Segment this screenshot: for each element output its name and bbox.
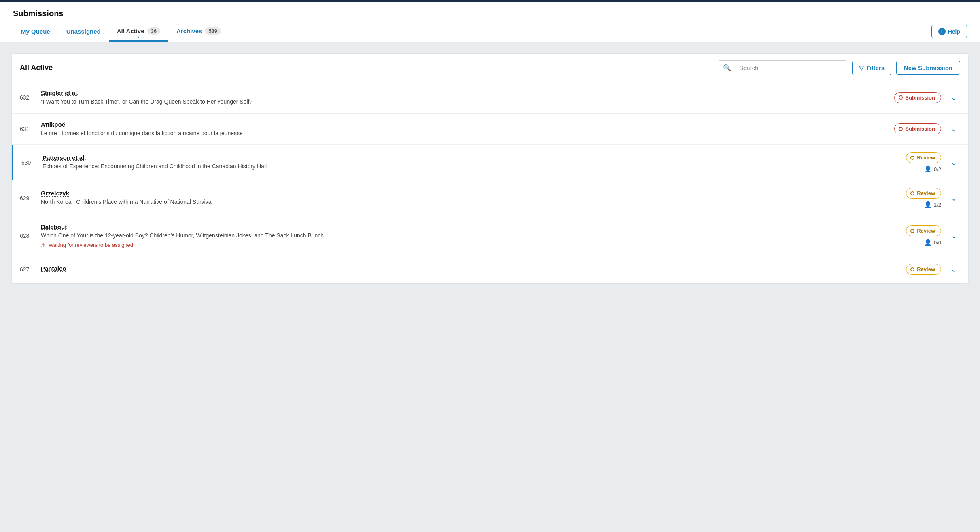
- submission-id: 627: [20, 266, 34, 273]
- expand-button[interactable]: ⌄: [948, 263, 960, 276]
- submission-row[interactable]: 627 Pantaleo Review ⌄: [12, 256, 968, 283]
- search-input[interactable]: [736, 61, 847, 74]
- search-wrapper: 🔍: [718, 60, 847, 75]
- reviewers-count: 0/2: [934, 166, 941, 172]
- submission-status: Review 👤 0/2: [876, 152, 941, 173]
- reviewer-icon: 👤: [924, 165, 932, 173]
- tab-my-queue[interactable]: My Queue: [13, 24, 58, 42]
- status-badge: Review: [906, 188, 941, 199]
- reviewers-info: 👤 0/0: [924, 239, 941, 246]
- submission-content: Pantaleo: [41, 265, 870, 273]
- filters-button[interactable]: ▽ Filters: [852, 61, 891, 75]
- submission-title: North Korean Children’s Place within a N…: [41, 198, 870, 206]
- search-icon: 🔍: [723, 64, 731, 72]
- status-dot: [910, 229, 914, 233]
- status-dot: [899, 95, 903, 100]
- submission-author: Pantaleo: [41, 265, 870, 272]
- new-submission-button[interactable]: New Submission: [896, 61, 960, 75]
- submission-status: Submission: [876, 123, 941, 134]
- warning-icon: ⚠: [41, 242, 46, 248]
- submission-author: Grzelczyk: [41, 190, 870, 197]
- submission-row[interactable]: 632 Stiegler et al. “I Want You to Turn …: [12, 82, 968, 114]
- submission-id: 629: [20, 195, 34, 201]
- tab-all-active-badge: 36: [147, 27, 160, 35]
- submission-id: 631: [20, 126, 34, 132]
- expand-button[interactable]: ⌄: [948, 157, 960, 169]
- tab-archives-badge: 539: [205, 27, 221, 35]
- search-icon-button[interactable]: 🔍: [718, 61, 736, 75]
- submission-title: Which One of Your is the 12-year-old Boy…: [41, 232, 870, 240]
- submission-author: Patterson et al.: [42, 154, 870, 161]
- reviewers-info: 👤 1/2: [924, 201, 941, 208]
- filter-icon: ▽: [859, 64, 864, 72]
- tab-archives[interactable]: Archives 539: [168, 23, 229, 42]
- help-button[interactable]: i Help: [931, 25, 967, 38]
- status-dot: [899, 127, 903, 131]
- status-badge: Review: [906, 264, 941, 275]
- submission-content: Stiegler et al. “I Want You to Turn Back…: [41, 89, 870, 106]
- status-badge: Review: [906, 225, 941, 236]
- chevron-down-icon: ⌄: [951, 93, 957, 102]
- submission-status: Review 👤 0/0: [876, 225, 941, 246]
- submission-content: Patterson et al. Echoes of Experience: E…: [42, 154, 870, 171]
- submission-author: Stiegler et al.: [41, 89, 870, 96]
- submission-row[interactable]: 629 Grzelczyk North Korean Children’s Pl…: [12, 180, 968, 216]
- submission-row[interactable]: 628 Dalebout Which One of Your is the 12…: [12, 216, 968, 256]
- warning-text: Waiting for reviewers to be assigned.: [49, 242, 135, 248]
- reviewer-icon: 👤: [924, 201, 932, 208]
- tabs: My Queue Unassigned All Active 36 Archiv…: [13, 23, 229, 42]
- chevron-down-icon: ⌄: [951, 194, 957, 203]
- status-badge: Submission: [894, 123, 941, 134]
- status-badge: Review: [906, 152, 941, 163]
- submission-row[interactable]: 631 Attikpoé Le rire : formes et fonctio…: [12, 114, 968, 145]
- submission-row[interactable]: 630 Patterson et al. Echoes of Experienc…: [12, 145, 968, 180]
- status-dot: [910, 267, 914, 271]
- tab-unassigned[interactable]: Unassigned: [58, 24, 109, 42]
- tab-all-active[interactable]: All Active 36: [109, 23, 168, 42]
- status-dot: [910, 156, 914, 160]
- submission-content: Dalebout Which One of Your is the 12-yea…: [41, 223, 870, 248]
- page-title: Submissions: [13, 9, 967, 23]
- page-header: Submissions My Queue Unassigned All Acti…: [0, 2, 980, 42]
- panel-header: All Active 🔍 ▽ Filters New Submission: [12, 54, 968, 82]
- submission-status: Review 👤 1/2: [876, 188, 941, 208]
- expand-button[interactable]: ⌄: [948, 192, 960, 204]
- expand-button[interactable]: ⌄: [948, 91, 960, 104]
- help-icon: i: [938, 28, 946, 35]
- status-badge: Submission: [894, 92, 941, 103]
- status-dot: [910, 191, 914, 195]
- tabs-row: My Queue Unassigned All Active 36 Archiv…: [13, 23, 967, 42]
- main-content: All Active 🔍 ▽ Filters New Submission 63…: [0, 42, 980, 295]
- submission-content: Attikpoé Le rire : formes et fonctions d…: [41, 121, 870, 138]
- submission-id: 632: [20, 94, 34, 101]
- expand-button[interactable]: ⌄: [948, 230, 960, 242]
- chevron-down-icon: ⌄: [951, 265, 957, 274]
- chevron-down-icon: ⌄: [951, 158, 957, 167]
- submission-status: Submission: [876, 92, 941, 103]
- submission-author: Dalebout: [41, 223, 870, 230]
- reviewers-info: 👤 0/2: [924, 165, 941, 173]
- submission-title: Echoes of Experience: Encountering Child…: [42, 163, 870, 171]
- reviewer-icon: 👤: [924, 239, 932, 246]
- panel-title: All Active: [20, 64, 713, 72]
- submissions-panel: All Active 🔍 ▽ Filters New Submission 63…: [11, 53, 969, 284]
- chevron-down-icon: ⌄: [951, 125, 957, 134]
- submission-content: Grzelczyk North Korean Children’s Place …: [41, 190, 870, 206]
- reviewers-count: 0/0: [934, 240, 941, 246]
- submission-id: 628: [20, 233, 34, 239]
- submissions-list: 632 Stiegler et al. “I Want You to Turn …: [12, 82, 968, 283]
- submission-title: “I Want You to Turn Back Time”, or Can t…: [41, 98, 870, 106]
- submission-id: 630: [21, 159, 36, 166]
- expand-button[interactable]: ⌄: [948, 123, 960, 135]
- submission-title: Le rire : formes et fonctions du comique…: [41, 129, 870, 138]
- submission-author: Attikpoé: [41, 121, 870, 128]
- reviewers-count: 1/2: [934, 202, 941, 208]
- chevron-down-icon: ⌄: [951, 231, 957, 240]
- submission-status: Review: [876, 264, 941, 275]
- warning-row: ⚠ Waiting for reviewers to be assigned.: [41, 242, 870, 248]
